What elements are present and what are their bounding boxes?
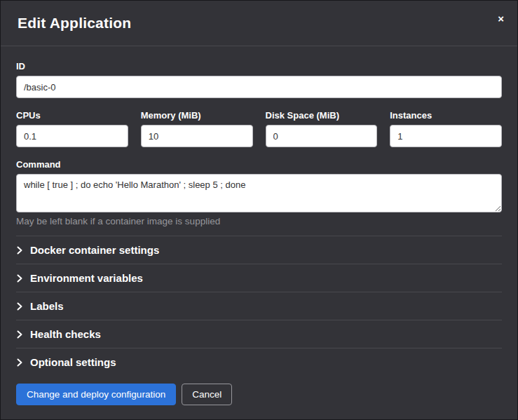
id-input[interactable] (16, 76, 502, 98)
command-label: Command (16, 159, 502, 170)
chevron-right-icon (17, 358, 22, 367)
modal-body: ID CPUs Memory (MiB) Disk Space (MiB) In… (1, 46, 517, 372)
section-label: Docker container settings (30, 243, 159, 257)
disk-input[interactable] (266, 125, 378, 147)
id-label: ID (16, 61, 502, 72)
collapsible-sections: Docker container settings Environment va… (16, 236, 502, 372)
deploy-button[interactable]: Change and deploy configuration (16, 384, 176, 405)
memory-field-group: Memory (MiB) (141, 110, 253, 147)
instances-field-group: Instances (390, 110, 502, 147)
section-docker-container-settings[interactable]: Docker container settings (16, 236, 502, 264)
chevron-right-icon (17, 246, 22, 255)
chevron-right-icon (17, 330, 22, 339)
command-input[interactable]: while [ true ] ; do echo 'Hello Marathon… (16, 174, 502, 212)
instances-label: Instances (390, 110, 502, 121)
close-icon[interactable]: × (495, 12, 507, 25)
chevron-right-icon (17, 274, 22, 283)
cancel-button[interactable]: Cancel (182, 384, 232, 405)
memory-label: Memory (MiB) (141, 110, 253, 121)
section-health-checks[interactable]: Health checks (16, 320, 502, 348)
memory-input[interactable] (141, 125, 253, 147)
chevron-right-icon (17, 302, 22, 311)
id-field-group: ID (16, 61, 502, 98)
section-environment-variables[interactable]: Environment variables (16, 264, 502, 292)
cpus-input[interactable] (16, 125, 128, 147)
cpus-field-group: CPUs (16, 110, 128, 147)
cpus-label: CPUs (16, 110, 128, 121)
modal-header: Edit Application × (1, 1, 517, 46)
resources-row: CPUs Memory (MiB) Disk Space (MiB) Insta… (16, 110, 502, 147)
modal-title: Edit Application (18, 15, 131, 32)
modal-footer: Change and deploy configuration Cancel (1, 372, 517, 419)
disk-label: Disk Space (MiB) (266, 110, 378, 121)
command-help-text: May be left blank if a container image i… (16, 216, 502, 227)
section-optional-settings[interactable]: Optional settings (16, 348, 502, 372)
command-field-group: Command while [ true ] ; do echo 'Hello … (16, 159, 502, 227)
section-label: Optional settings (30, 355, 116, 369)
section-label: Environment variables (30, 271, 143, 285)
disk-field-group: Disk Space (MiB) (266, 110, 378, 147)
instances-input[interactable] (390, 125, 502, 147)
section-label: Labels (30, 299, 64, 313)
section-labels[interactable]: Labels (16, 292, 502, 320)
section-label: Health checks (30, 327, 101, 341)
edit-application-modal: Edit Application × ID CPUs Memory (MiB) … (0, 0, 518, 420)
